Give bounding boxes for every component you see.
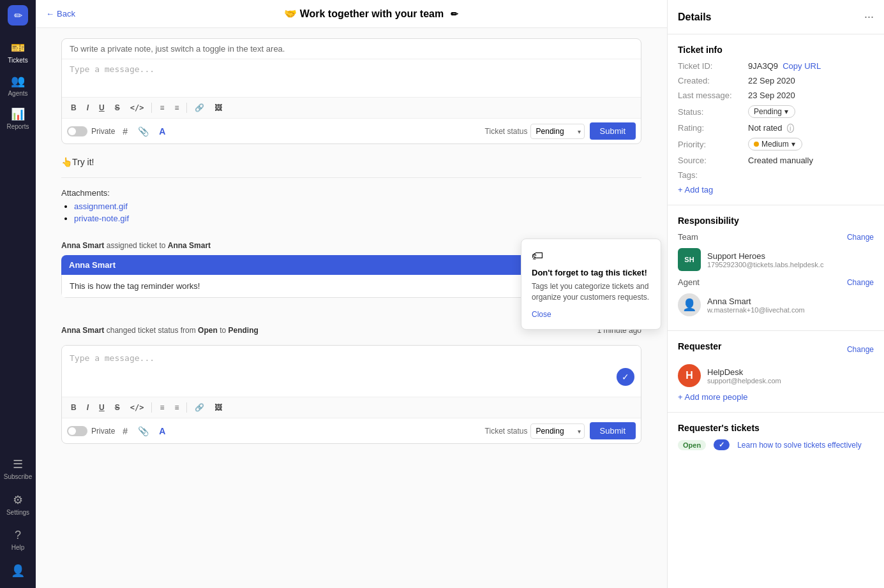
bottom-submit-button[interactable]: Submit: [590, 422, 636, 439]
top-status-select[interactable]: Pending Open Resolved: [530, 124, 585, 139]
learn-link[interactable]: Learn how to solve tickets effectively: [737, 441, 862, 450]
tags-label: Tags:: [678, 170, 748, 180]
sidebar-item-tickets[interactable]: 🎫 Tickets: [0, 36, 36, 69]
back-button[interactable]: ← Back: [46, 9, 75, 18]
bottom-font-color-button[interactable]: A: [156, 425, 168, 437]
bottom-attachment-button[interactable]: 📎: [135, 425, 151, 437]
requester-name: HelpDesk: [707, 367, 874, 377]
attachment-button[interactable]: 📎: [135, 125, 151, 138]
team-row: SH Support Heroes 1795292300@tickets.lab…: [678, 248, 874, 271]
bottom-link-button[interactable]: 🔗: [191, 401, 208, 414]
sidebar: ✏ 🎫 Tickets 👥 Agents 📊 Reports ☰ Subscri…: [0, 0, 36, 588]
source-row: Source: Created manually: [678, 156, 874, 165]
sidebar-item-help[interactable]: ? Help: [1, 524, 34, 556]
send-badge[interactable]: [617, 368, 634, 386]
details-title: Details: [678, 11, 711, 23]
sidebar-item-agents[interactable]: 👥 Agents: [0, 69, 36, 102]
code-button[interactable]: </>: [126, 101, 148, 114]
requester-row: H HelpDesk support@helpdesk.com: [678, 364, 874, 387]
private-toggle-wrap: Private: [67, 126, 115, 136]
requester-tickets-section: Requester's tickets Open ✓ Learn how to …: [668, 413, 884, 460]
bottom-toolbar: B I U S </> ≡ ≡ 🔗 🖼: [62, 397, 641, 418]
sidebar-bottom: ☰ Subscribe ⚙ Settings ? Help 👤: [1, 452, 34, 583]
bold-button[interactable]: B: [67, 101, 80, 114]
status-pill-value: Pending: [754, 107, 782, 116]
main-content: ← Back 🤝 Work together with your team ✏ …: [36, 0, 667, 588]
requester-change-link[interactable]: Change: [847, 345, 874, 354]
rating-row: Rating: Not rated i: [678, 123, 874, 133]
bottom-underline-button[interactable]: U: [95, 401, 109, 414]
status-label: Status:: [678, 107, 748, 117]
compose-hint: To write a private note, just switch a t…: [62, 39, 641, 59]
tag-tooltip-close[interactable]: Close: [532, 310, 551, 319]
unordered-list-button[interactable]: ≡: [170, 101, 183, 114]
add-tag-link[interactable]: + Add tag: [678, 185, 874, 195]
agent-change-link[interactable]: Change: [847, 278, 874, 287]
sidebar-item-user[interactable]: 👤: [1, 559, 34, 583]
tags-row: Tags:: [678, 170, 874, 180]
attachment-link-1[interactable]: assignment.gif: [74, 202, 128, 211]
req-ticket-row: Open ✓ Learn how to solve tickets effect…: [678, 439, 874, 450]
private-toggle[interactable]: [67, 126, 87, 136]
compose-bottom: B I U S </> ≡ ≡ 🔗 🖼 Private # 📎 A: [61, 345, 641, 444]
edit-title-icon[interactable]: ✏: [451, 9, 458, 19]
rating-info-icon: i: [787, 124, 793, 133]
attachment-link-2[interactable]: private-note.gif: [74, 214, 129, 223]
bottom-ordered-list-button[interactable]: ≡: [156, 401, 168, 414]
hashtag-button[interactable]: #: [120, 125, 130, 138]
bottom-message-input[interactable]: [62, 346, 641, 397]
rating-label: Rating:: [678, 123, 748, 133]
requester-info: HelpDesk support@helpdesk.com: [707, 367, 874, 385]
toolbar-separator-2: [186, 103, 187, 113]
strikethrough-button[interactable]: S: [111, 101, 124, 114]
toolbar-separator-1: [151, 103, 152, 113]
details-menu-button[interactable]: ···: [864, 10, 874, 24]
bottom-private-toggle[interactable]: [67, 426, 87, 436]
ticket-status-wrap: Ticket status Pending Open Resolved: [485, 124, 585, 139]
bottom-unordered-list-button[interactable]: ≡: [170, 401, 183, 414]
top-submit-button[interactable]: Submit: [590, 122, 636, 140]
image-button[interactable]: 🖼: [211, 101, 226, 114]
tag-tooltip-title: Don't forget to tag this ticket!: [532, 268, 650, 277]
created-row: Created: 22 Sep 2020: [678, 76, 874, 85]
bottom-code-button[interactable]: </>: [126, 401, 148, 414]
team-change-link[interactable]: Change: [847, 233, 874, 242]
team-email: 1795292300@tickets.labs.helpdesk.c: [707, 261, 874, 268]
last-message-label: Last message:: [678, 91, 748, 100]
top-toolbar: B I U S </> ≡ ≡ 🔗 🖼: [62, 97, 641, 118]
agent-label: Agent: [678, 277, 700, 287]
requester-email: support@helpdesk.com: [707, 377, 874, 385]
copy-url-link[interactable]: Copy URL: [783, 61, 821, 71]
activity-actor-1: Anna Smart: [61, 241, 104, 250]
page-title: 🤝 Work together with your team ✏: [86, 8, 657, 20]
agent-avatar: 👤: [678, 293, 701, 316]
status-pill[interactable]: Pending ▾: [748, 105, 795, 118]
bottom-status-select[interactable]: Pending Open Resolved: [530, 423, 585, 439]
italic-button[interactable]: I: [83, 101, 93, 114]
sidebar-item-subscribe[interactable]: ☰ Subscribe: [1, 452, 34, 485]
underline-button[interactable]: U: [95, 101, 109, 114]
top-message-input[interactable]: [62, 59, 641, 97]
activity-actor-2: Anna Smart: [61, 326, 104, 335]
ordered-list-button[interactable]: ≡: [156, 101, 168, 114]
bottom-strikethrough-button[interactable]: S: [111, 401, 124, 414]
top-status-select-wrap: Pending Open Resolved: [530, 124, 585, 139]
bottom-italic-button[interactable]: I: [83, 401, 93, 414]
agent-email: w.masternak+10@livechat.com: [707, 306, 874, 314]
link-button[interactable]: 🔗: [191, 101, 208, 114]
right-sidebar: Details ··· Ticket info Ticket ID: 9JA3Q…: [667, 0, 884, 588]
bottom-hashtag-button[interactable]: #: [120, 425, 130, 437]
font-color-button[interactable]: A: [156, 125, 168, 138]
bottom-image-button[interactable]: 🖼: [211, 401, 226, 414]
sidebar-item-reports[interactable]: 📊 Reports: [0, 102, 36, 135]
ticket-id-row: Ticket ID: 9JA3Q9 Copy URL: [678, 61, 874, 71]
priority-pill[interactable]: Medium ▾: [748, 138, 802, 151]
agent-name: Anna Smart: [707, 297, 874, 306]
ticket-id-value: 9JA3Q9: [748, 61, 778, 71]
bottom-bold-button[interactable]: B: [67, 401, 80, 414]
sidebar-item-settings[interactable]: ⚙ Settings: [1, 488, 34, 521]
add-people-link[interactable]: + Add more people: [678, 392, 874, 402]
list-item: private-note.gif: [74, 214, 641, 223]
bottom-status-select-wrap: Pending Open Resolved: [530, 423, 585, 439]
ticket-area: To write a private note, just switch a t…: [36, 28, 667, 588]
